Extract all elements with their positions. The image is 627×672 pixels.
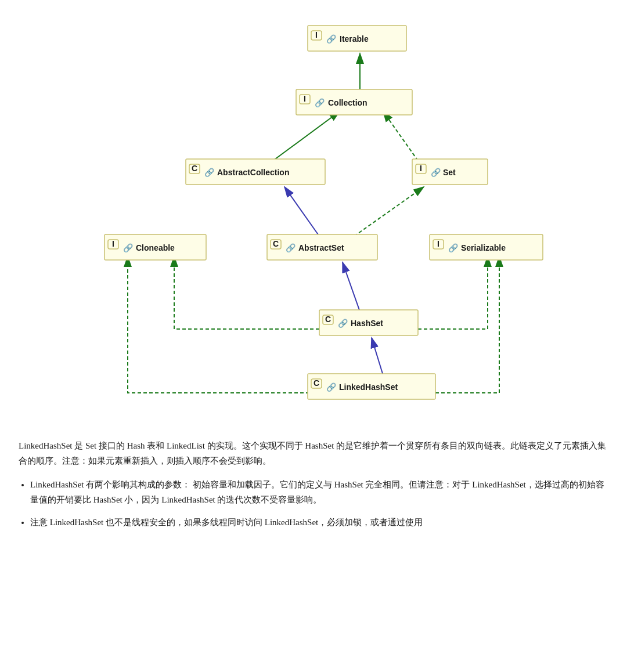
bullet-item-1: LinkedHashSet 有两个影响其构成的参数： 初始容量和加载因子。它们的… <box>30 478 608 507</box>
arrow-hashset-abstractset <box>343 262 360 312</box>
svg-text:🔗: 🔗 <box>326 382 337 392</box>
node-hashset: C 🔗 HashSet <box>319 310 418 335</box>
svg-text:LinkedHashSet: LinkedHashSet <box>339 382 398 392</box>
description-main: LinkedHashSet 是 Set 接口的 Hash 表和 LinkedLi… <box>19 439 608 468</box>
arrow-set-collection <box>383 111 418 161</box>
svg-text:🔗: 🔗 <box>315 98 325 108</box>
svg-text:AbstractSet: AbstractSet <box>298 243 344 252</box>
svg-text:C: C <box>192 164 197 173</box>
svg-text:I: I <box>420 164 422 173</box>
svg-text:🔗: 🔗 <box>204 168 215 178</box>
arrow-abstractcollection-collection <box>273 111 340 161</box>
node-iterable: I 🔗 Iterable <box>308 26 406 51</box>
svg-text:🔗: 🔗 <box>431 168 441 178</box>
svg-text:I: I <box>315 30 318 39</box>
svg-text:AbstractCollection: AbstractCollection <box>217 168 289 177</box>
svg-text:🔗: 🔗 <box>326 34 337 44</box>
svg-text:HashSet: HashSet <box>351 319 383 328</box>
svg-text:C: C <box>273 239 279 248</box>
description-paragraph: LinkedHashSet 是 Set 接口的 Hash 表和 LinkedLi… <box>19 439 608 468</box>
svg-text:Set: Set <box>443 168 456 177</box>
bullet-list: LinkedHashSet 有两个影响其构成的参数： 初始容量和加载因子。它们的… <box>30 478 608 530</box>
svg-text:Iterable: Iterable <box>340 34 369 44</box>
svg-text:🔗: 🔗 <box>286 243 296 253</box>
arrow-hashset-cloneable <box>174 256 343 329</box>
svg-text:Cloneable: Cloneable <box>136 243 175 252</box>
uml-svg: I 🔗 Iterable I 🔗 Collection C 🔗 Abstract… <box>75 14 552 420</box>
svg-text:I: I <box>304 94 306 103</box>
node-linkedhashset: C 🔗 LinkedHashSet <box>308 374 435 399</box>
arrow-linkedhashset-serializable <box>435 256 499 393</box>
node-set: I 🔗 Set <box>412 159 488 185</box>
arrow-abstractset-set <box>354 187 424 236</box>
svg-text:🔗: 🔗 <box>123 243 134 253</box>
svg-text:I: I <box>112 239 114 248</box>
node-cloneable: I 🔗 Cloneable <box>105 234 206 260</box>
svg-text:Serializable: Serializable <box>461 243 506 252</box>
arrow-linkedhashset-cloneable <box>128 256 333 393</box>
svg-text:Collection: Collection <box>328 98 367 107</box>
uml-diagram-container: I 🔗 Iterable I 🔗 Collection C 🔗 Abstract… <box>19 14 608 420</box>
node-abstractset: C 🔗 AbstractSet <box>267 234 377 260</box>
arrow-linkedhashset-hashset <box>372 338 383 375</box>
svg-text:I: I <box>437 239 439 248</box>
svg-text:C: C <box>325 315 331 324</box>
svg-text:C: C <box>314 378 319 388</box>
node-serializable: I 🔗 Serializable <box>430 234 543 260</box>
arrow-abstractset-abstractcollection <box>284 187 319 236</box>
svg-text:🔗: 🔗 <box>338 319 348 328</box>
bullet-item-2: 注意 LinkedHashSet 也不是线程安全的，如果多线程同时访问 Link… <box>30 515 608 530</box>
node-abstractcollection: C 🔗 AbstractCollection <box>186 159 325 185</box>
svg-text:🔗: 🔗 <box>448 243 459 253</box>
node-collection: I 🔗 Collection <box>296 89 412 115</box>
